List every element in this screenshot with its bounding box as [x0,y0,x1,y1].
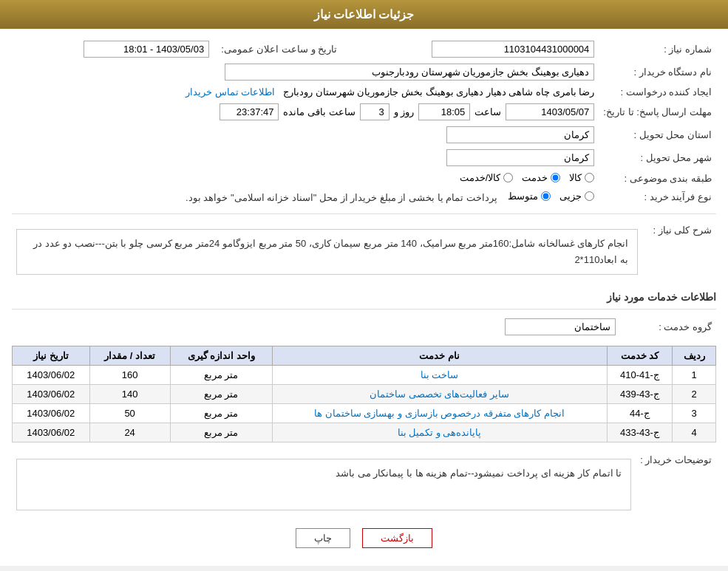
category-radio-group: کالا خدمت کالا/خدمت [460,172,595,183]
col-header-code: کد خدمت [607,346,673,366]
cell-date-0: 1403/06/02 [13,366,90,385]
date-value: 1403/05/07 [506,103,594,120]
remaining-label: ساعت باقی مانده [283,106,355,117]
cell-code-2: ج-44 [607,404,673,423]
services-table: ردیف کد خدمت نام خدمت واحد اندازه گیری ت… [12,346,716,442]
need-number-cell: 1103104431000004 [341,38,599,61]
table-row: 4 ج-43-433 پایانده‌هی و تکمیل بنا متر مر… [13,423,716,442]
buyer-notes-box: تا اتمام کار هزینه ای پرداخت نمیشود--تما… [16,459,631,510]
table-row: 3 ج-44 انجام کارهای متفرقه درخصوص بازساز… [13,404,716,423]
cell-row-2: 3 [673,404,716,423]
category-radio-kala[interactable] [585,173,594,182]
city-value: کرمان [446,149,594,166]
purchase-option-motavasset: متوسط [508,191,551,202]
cell-qty-0: 160 [89,366,170,385]
purchase-option-jozi: جزیی [559,191,594,202]
response-deadline-cell: 1403/05/07 ساعت 18:05 روز و 3 ساعت باقی … [12,100,599,123]
service-group-label: گروه خدمت : [620,315,716,338]
requester-value: رضا بامری چاه شاهی دهیار دهیاری بوهینگ ب… [283,86,594,98]
purchase-label-jozi: جزیی [559,191,582,202]
col-header-qty: تعداد / مقدار [89,346,170,366]
days-value: 3 [360,103,389,120]
announcement-label: تاریخ و ساعت اعلان عمومی: [214,38,341,61]
cell-code-3: ج-43-433 [607,423,673,442]
cell-name-0: ساخت بنا [272,366,607,385]
divider-1 [12,213,716,214]
category-option-kala: کالا [569,172,594,183]
cell-qty-2: 50 [89,404,170,423]
announcement-cell: 1403/05/03 - 18:01 [12,38,214,61]
col-header-row: ردیف [673,346,716,366]
province-cell: کرمان [12,123,599,146]
cell-date-3: 1403/06/02 [13,423,90,442]
table-row: 1 ج-41-410 ساخت بنا متر مربع 160 1403/06… [13,366,716,385]
back-button[interactable]: بازگشت [362,528,432,548]
category-label-kala-khedmat: کالا/خدمت [460,172,501,183]
time-value: 18:05 [418,103,470,120]
service-group-value: ساختمان [505,318,616,335]
service-group-table: گروه خدمت : ساختمان [12,315,716,338]
purchase-label-motavasset: متوسط [508,191,538,202]
table-row: 2 ج-43-439 سایر فعالیت‌های تخصصی ساختمان… [13,385,716,404]
cell-row-1: 2 [673,385,716,404]
cell-date-1: 1403/06/02 [13,385,90,404]
description-cell: انجام کارهای غسالخانه شامل:160متر مربع س… [12,220,642,284]
contact-link[interactable]: اطلاعات تماس خریدار [186,86,275,98]
purchase-type-radio-group: جزیی متوسط [508,191,594,202]
buyer-org-cell: دهیاری بوهینگ بخش جازموریان شهرستان رودب… [12,61,599,83]
city-label: شهر محل تحویل : [599,146,716,169]
category-label-khedmat: خدمت [522,172,548,183]
category-option-kala-khedmat: کالا/خدمت [460,172,514,183]
province-label: استان محل تحویل : [599,123,716,146]
description-value: انجام کارهای غسالخانه شامل:160متر مربع س… [33,238,628,265]
buyer-notes-label: توضیحات خریدار : [636,450,716,519]
cell-row-0: 1 [673,366,716,385]
need-number-value: 1103104431000004 [432,41,594,58]
buyer-org-value: دهیاری بوهینگ بخش جازموریان شهرستان رودب… [225,64,594,81]
buyer-notes-cell: تا اتمام کار هزینه ای پرداخت نمیشود--تما… [12,450,636,519]
cell-name-3: پایانده‌هی و تکمیل بنا [272,423,607,442]
category-label-kala: کالا [569,172,582,183]
remaining-value: 23:37:47 [220,103,279,120]
category-label: طبقه بندی موضوعی : [599,169,716,188]
purchase-radio-motavasset[interactable] [541,191,551,201]
province-value: کرمان [446,126,594,143]
city-cell: کرمان [12,146,599,169]
cell-unit-2: متر مربع [170,404,272,423]
cell-name-1: سایر فعالیت‌های تخصصی ساختمان [272,385,607,404]
requester-cell: رضا بامری چاه شاهی دهیار دهیاری بوهینگ ب… [12,83,599,100]
cell-name-2: انجام کارهای متفرقه درخصوص بازسازی و بهس… [272,404,607,423]
content-area: شماره نیاز : 1103104431000004 تاریخ و سا… [0,29,728,566]
announcement-value: 1403/05/03 - 18:01 [84,41,209,58]
cell-unit-1: متر مربع [170,385,272,404]
cell-unit-3: متر مربع [170,423,272,442]
page-wrapper: جزئیات اطلاعات نیاز شماره نیاز : 1103104… [0,0,728,566]
divider-2 [12,309,716,310]
buyer-org-label: نام دستگاه خریدار : [599,61,716,83]
cell-row-3: 4 [673,423,716,442]
buyer-notes-value: تا اتمام کار هزینه ای پرداخت نمیشود--تما… [336,468,622,479]
cell-date-2: 1403/06/02 [13,404,90,423]
cell-code-0: ج-41-410 [607,366,673,385]
description-label: شرح کلی نیاز : [642,220,716,284]
category-radio-khedmat[interactable] [551,173,560,182]
col-header-name: نام خدمت [272,346,607,366]
category-option-khedmat: خدمت [522,172,560,183]
col-header-date: تاریخ نیاز [13,346,90,366]
page-header: جزئیات اطلاعات نیاز [0,0,728,29]
time-label: ساعت [474,106,501,117]
category-cell: کالا خدمت کالا/خدمت [12,169,599,188]
print-button[interactable]: چاپ [296,528,350,548]
cell-code-1: ج-43-439 [607,385,673,404]
cell-qty-3: 24 [89,423,170,442]
page-title: جزئیات اطلاعات نیاز [314,8,415,21]
services-info-title: اطلاعات خدمات مورد نیاز [12,291,716,303]
need-number-label: شماره نیاز : [599,38,716,61]
service-group-cell: ساختمان [12,315,620,338]
description-box: انجام کارهای غسالخانه شامل:160متر مربع س… [16,229,638,275]
category-radio-kala-khedmat[interactable] [503,173,513,182]
cell-qty-1: 140 [89,385,170,404]
purchase-radio-jozi[interactable] [585,191,594,201]
notes-table: توضیحات خریدار : تا اتمام کار هزینه ای پ… [12,450,716,519]
days-label: روز و [394,106,415,117]
